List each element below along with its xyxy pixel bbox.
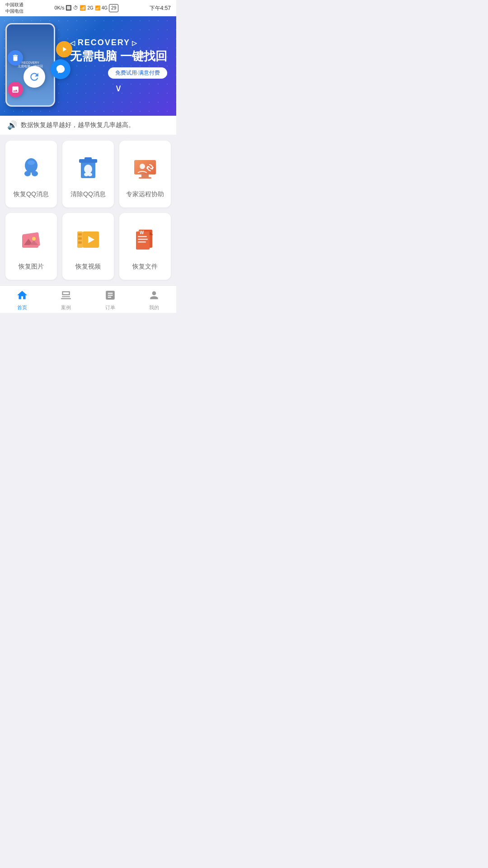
- nav-mine[interactable]: 我的: [132, 289, 177, 311]
- expert-remote-icon: [129, 151, 161, 183]
- recover-qq-label: 恢复QQ消息: [14, 190, 49, 198]
- grid-row-2: 恢复图片 恢复视频: [5, 213, 171, 280]
- bottom-nav: 首页 案例 订单 我的: [0, 285, 176, 313]
- banner-sub-button[interactable]: 免费试用·满意付费: [108, 67, 167, 79]
- recover-video-icon: [72, 224, 104, 255]
- svg-point-9: [88, 173, 92, 176]
- home-icon: [16, 289, 28, 303]
- svg-point-0: [25, 158, 38, 173]
- card-recover-file[interactable]: W 恢复文件: [119, 213, 171, 280]
- banner-text: ◁ RECOVERY ▷ 无需电脑 一键找回 免费试用·满意付费 ∨: [70, 38, 167, 94]
- speaker-icon: 🔊: [7, 120, 17, 130]
- cases-icon: [60, 289, 72, 303]
- recover-photo-icon: [15, 224, 47, 255]
- nav-mine-label: 我的: [149, 304, 159, 311]
- card-expert-remote[interactable]: 专家远程协助: [119, 141, 171, 208]
- float-photo-icon: [8, 82, 23, 97]
- orders-icon: [104, 289, 116, 303]
- grid-row-1: 恢复QQ消息 清除QQ消息: [5, 141, 171, 208]
- carrier-info: 中国联通 中国电信: [5, 2, 23, 14]
- grid-container: 恢复QQ消息 清除QQ消息: [0, 135, 176, 285]
- card-clear-qq[interactable]: 清除QQ消息: [62, 141, 114, 208]
- phone-illustration: RECOVERY无需电脑一键找回: [5, 23, 64, 113]
- svg-rect-28: [138, 236, 147, 237]
- notice-bar: 🔊 数据恢复越早越好，越早恢复几率越高。: [0, 116, 176, 135]
- svg-rect-11: [141, 175, 149, 177]
- svg-rect-30: [138, 241, 146, 243]
- svg-rect-21: [78, 237, 82, 240]
- svg-rect-29: [138, 239, 148, 240]
- svg-rect-6: [84, 157, 92, 160]
- nav-home-label: 首页: [17, 304, 27, 311]
- float-refresh-icon: [23, 66, 45, 88]
- svg-rect-22: [78, 241, 82, 244]
- recover-photo-label: 恢复图片: [19, 263, 44, 271]
- recover-file-label: 恢复文件: [132, 263, 158, 271]
- nav-home[interactable]: 首页: [0, 289, 44, 311]
- nav-orders-label: 订单: [105, 304, 115, 311]
- card-recover-video[interactable]: 恢复视频: [62, 213, 114, 280]
- banner-main-text: 无需电脑 一键找回: [70, 49, 167, 63]
- svg-point-7: [84, 165, 92, 174]
- nav-cases[interactable]: 案例: [44, 289, 89, 311]
- clear-qq-icon: [72, 151, 104, 183]
- card-recover-photo[interactable]: 恢复图片: [5, 213, 57, 280]
- nav-cases-label: 案例: [61, 304, 71, 311]
- status-bar: 中国联通 中国电信 0K/s 🔲 ⏱ 📶 2G 📶 4G 29 下午4:57: [0, 0, 176, 16]
- recover-qq-icon: [15, 151, 47, 183]
- svg-rect-20: [78, 233, 82, 236]
- nav-orders[interactable]: 订单: [88, 289, 132, 311]
- card-recover-qq[interactable]: 恢复QQ消息: [5, 141, 57, 208]
- recover-video-label: 恢复视频: [75, 263, 101, 271]
- svg-point-2: [32, 171, 38, 176]
- time-display: 下午4:57: [150, 5, 171, 12]
- float-qq-icon: [51, 59, 70, 79]
- svg-point-13: [140, 164, 145, 169]
- banner-chevron-icon: ∨: [70, 82, 167, 94]
- svg-point-3: [28, 160, 35, 165]
- recover-file-icon: W: [129, 224, 161, 255]
- expert-remote-label: 专家远程协助: [126, 190, 164, 198]
- notice-text: 数据恢复越早越好，越早恢复几率越高。: [21, 121, 135, 129]
- mine-icon: [148, 289, 160, 303]
- float-trash-icon: [8, 50, 23, 66]
- svg-point-1: [24, 171, 31, 176]
- clear-qq-label: 清除QQ消息: [70, 190, 106, 198]
- svg-text:W: W: [140, 230, 144, 235]
- banner-recovery-label: ◁ RECOVERY ▷: [70, 38, 167, 47]
- svg-point-17: [32, 237, 36, 241]
- status-center: 0K/s 🔲 ⏱ 📶 2G 📶 4G 29: [54, 4, 118, 12]
- svg-rect-12: [139, 177, 151, 179]
- banner[interactable]: RECOVERY无需电脑一键找回: [0, 16, 176, 116]
